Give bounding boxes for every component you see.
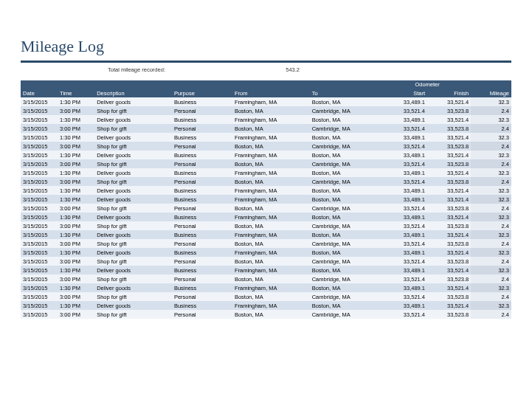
cell-description: Shop for gift xyxy=(94,106,172,115)
cell-date: 3/15/2015 xyxy=(21,142,58,151)
cell-mileage: 32.3 xyxy=(471,213,511,221)
cell-description: Deliver goods xyxy=(94,283,172,292)
cell-to: Boston, MA xyxy=(310,301,384,310)
cell-time: 1:30 PM xyxy=(58,97,94,106)
cell-start: 33,521.4 xyxy=(384,274,427,283)
cell-date: 3/15/2015 xyxy=(21,195,58,204)
cell-purpose: Business xyxy=(172,266,232,274)
table-row: 3/15/20153:00 PMShop for giftPersonalBos… xyxy=(21,257,511,266)
cell-from: Framingham, MA xyxy=(232,115,310,124)
cell-time: 1:30 PM xyxy=(58,115,94,124)
table-row: 3/15/20151:30 PMDeliver goodsBusinessFra… xyxy=(21,168,511,177)
cell-from: Framingham, MA xyxy=(232,168,310,177)
cell-finish: 33,521.4 xyxy=(427,283,471,292)
cell-from: Framingham, MA xyxy=(232,283,310,292)
cell-description: Deliver goods xyxy=(94,301,172,310)
cell-from: Boston, MA xyxy=(232,292,310,301)
cell-to: Cambridge, MA xyxy=(310,159,384,168)
cell-finish: 33,523.8 xyxy=(427,310,471,319)
table-row: 3/15/20151:30 PMDeliver goodsBusinessFra… xyxy=(21,248,511,257)
table-row: 3/15/20151:30 PMDeliver goodsBusinessFra… xyxy=(21,195,511,204)
cell-start: 33,521.4 xyxy=(384,106,427,115)
cell-time: 1:30 PM xyxy=(58,186,94,195)
cell-description: Shop for gift xyxy=(94,274,172,283)
cell-start: 33,489.1 xyxy=(384,133,427,142)
cell-date: 3/15/2015 xyxy=(21,115,58,124)
cell-to: Boston, MA xyxy=(310,115,384,124)
table-row: 3/15/20151:30 PMDeliver goodsBusinessFra… xyxy=(21,301,511,310)
cell-mileage: 32.3 xyxy=(471,115,511,124)
cell-description: Shop for gift xyxy=(94,204,172,213)
cell-finish: 33,521.4 xyxy=(427,230,471,239)
cell-time: 1:30 PM xyxy=(58,301,94,310)
summary-label: Total mileage recorded: xyxy=(108,66,226,73)
cell-to: Boston, MA xyxy=(310,266,384,274)
cell-start: 33,489.1 xyxy=(384,248,427,257)
cell-finish: 33,521.4 xyxy=(427,301,471,310)
cell-date: 3/15/2015 xyxy=(21,274,58,283)
cell-from: Framingham, MA xyxy=(232,248,310,257)
cell-mileage: 2.4 xyxy=(471,257,511,266)
cell-mileage: 32.3 xyxy=(471,151,511,159)
cell-purpose: Business xyxy=(172,97,232,106)
cell-start: 33,489.1 xyxy=(384,97,427,106)
cell-from: Boston, MA xyxy=(232,159,310,168)
cell-purpose: Personal xyxy=(172,310,232,319)
cell-purpose: Personal xyxy=(172,177,232,186)
cell-time: 3:00 PM xyxy=(58,142,94,151)
table-row: 3/15/20153:00 PMShop for giftPersonalBos… xyxy=(21,274,511,283)
cell-date: 3/15/2015 xyxy=(21,221,58,230)
cell-description: Shop for gift xyxy=(94,159,172,168)
cell-from: Boston, MA xyxy=(232,106,310,115)
cell-finish: 33,521.4 xyxy=(427,248,471,257)
cell-mileage: 32.3 xyxy=(471,230,511,239)
cell-date: 3/15/2015 xyxy=(21,239,58,248)
cell-start: 33,521.4 xyxy=(384,124,427,133)
table-row: 3/15/20153:00 PMShop for giftPersonalBos… xyxy=(21,239,511,248)
cell-date: 3/15/2015 xyxy=(21,204,58,213)
cell-time: 3:00 PM xyxy=(58,221,94,230)
cell-from: Boston, MA xyxy=(232,142,310,151)
page-title: Mileage Log xyxy=(21,37,511,56)
cell-date: 3/15/2015 xyxy=(21,301,58,310)
cell-to: Cambridge, MA xyxy=(310,292,384,301)
cell-to: Cambridge, MA xyxy=(310,221,384,230)
cell-date: 3/15/2015 xyxy=(21,106,58,115)
cell-mileage: 2.4 xyxy=(471,177,511,186)
cell-date: 3/15/2015 xyxy=(21,168,58,177)
table-row: 3/15/20153:00 PMShop for giftPersonalBos… xyxy=(21,221,511,230)
cell-purpose: Business xyxy=(172,133,232,142)
cell-to: Boston, MA xyxy=(310,151,384,159)
cell-time: 3:00 PM xyxy=(58,177,94,186)
cell-date: 3/15/2015 xyxy=(21,133,58,142)
cell-purpose: Personal xyxy=(172,257,232,266)
cell-mileage: 2.4 xyxy=(471,106,511,115)
cell-to: Cambridge, MA xyxy=(310,204,384,213)
cell-finish: 33,523.8 xyxy=(427,177,471,186)
cell-start: 33,489.1 xyxy=(384,186,427,195)
cell-from: Framingham, MA xyxy=(232,213,310,221)
cell-purpose: Business xyxy=(172,213,232,221)
cell-mileage: 2.4 xyxy=(471,159,511,168)
cell-start: 33,521.4 xyxy=(384,257,427,266)
cell-date: 3/15/2015 xyxy=(21,257,58,266)
cell-description: Deliver goods xyxy=(94,266,172,274)
cell-start: 33,521.4 xyxy=(384,292,427,301)
cell-from: Boston, MA xyxy=(232,239,310,248)
cell-mileage: 2.4 xyxy=(471,142,511,151)
cell-time: 1:30 PM xyxy=(58,248,94,257)
cell-finish: 33,523.8 xyxy=(427,142,471,151)
cell-to: Cambridge, MA xyxy=(310,106,384,115)
cell-mileage: 32.3 xyxy=(471,97,511,106)
col-finish: Finish xyxy=(427,89,471,97)
cell-mileage: 32.3 xyxy=(471,133,511,142)
cell-start: 33,521.4 xyxy=(384,159,427,168)
cell-description: Shop for gift xyxy=(94,310,172,319)
cell-date: 3/15/2015 xyxy=(21,186,58,195)
cell-description: Deliver goods xyxy=(94,230,172,239)
table-row: 3/15/20153:00 PMShop for giftPersonalBos… xyxy=(21,310,511,319)
cell-description: Deliver goods xyxy=(94,213,172,221)
cell-to: Cambridge, MA xyxy=(310,257,384,266)
col-to: To xyxy=(310,89,384,97)
table-row: 3/15/20153:00 PMShop for giftPersonalBos… xyxy=(21,106,511,115)
